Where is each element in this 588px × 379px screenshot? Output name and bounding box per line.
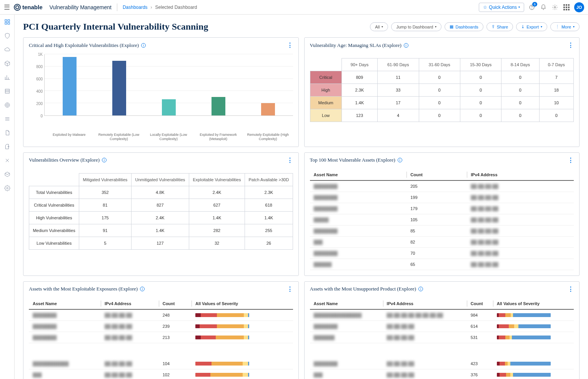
hamburger-menu-icon[interactable]: ☰ xyxy=(4,3,10,12)
page-content: PCI Quarterly Internal Vulnerability Sca… xyxy=(15,15,588,379)
table-row[interactable]: ██████████████.██.██.██104 xyxy=(29,358,293,369)
x-tick-label: Exploited by Malware xyxy=(47,133,91,141)
table-row[interactable]: Critical809110007 xyxy=(310,71,574,84)
apps-grid-icon[interactable] xyxy=(563,3,570,11)
star-icon: ☆ xyxy=(483,5,487,10)
more-button[interactable]: ⋮More▾ xyxy=(550,22,580,31)
column-header[interactable]: IPv4 Address xyxy=(383,298,467,309)
table-row[interactable]: ██████65██.██.██.██ xyxy=(310,259,574,270)
filter-all-button[interactable]: All▾ xyxy=(370,22,388,31)
table-row[interactable]: ████████205██.██.██.██ xyxy=(310,180,574,192)
cell-value: 0 xyxy=(501,71,539,84)
table-row[interactable]: ██████████.██.██.██213 xyxy=(29,332,293,343)
table-row[interactable]: ███82██.██.██.██ xyxy=(310,236,574,247)
nav-target-icon[interactable] xyxy=(4,102,11,109)
column-header[interactable]: Count xyxy=(406,169,467,180)
table-row[interactable]: High Vulnerabilities1752.4K1.4K1.4K xyxy=(29,211,293,224)
table-row[interactable]: ██████████.██.██.██248 xyxy=(29,309,293,321)
table-row[interactable]: Low12340000 xyxy=(310,109,574,122)
info-icon[interactable]: i xyxy=(398,158,402,162)
cell-value: 827 xyxy=(131,199,189,211)
nav-cloud-icon[interactable] xyxy=(4,46,11,53)
nav-export-icon[interactable] xyxy=(4,143,11,150)
table-row[interactable]: █████.██.██.██102 xyxy=(29,369,293,379)
jump-dashboard-button[interactable]: Jump to Dashboard▾ xyxy=(391,22,441,31)
nav-tools-icon[interactable] xyxy=(4,157,11,164)
svg-point-8 xyxy=(5,103,10,107)
share-button[interactable]: ⇪Share xyxy=(486,22,513,31)
column-header[interactable]: Count xyxy=(159,298,192,309)
table-row[interactable]: ████████179██.██.██.██ xyxy=(310,203,574,214)
user-avatar[interactable]: JO xyxy=(574,2,584,12)
bar[interactable] xyxy=(196,97,241,115)
table-row[interactable]: ██████████.██.██.██614 xyxy=(310,321,574,332)
column-header[interactable]: IPv4 Address xyxy=(101,298,159,309)
nav-cube-icon[interactable] xyxy=(4,60,11,67)
widget-menu-icon[interactable]: ⋮ xyxy=(568,286,574,293)
column-header[interactable]: IPv4 Address xyxy=(467,169,574,180)
cell-value: 0 xyxy=(460,109,501,122)
table-row[interactable]: Medium Vulnerabilities911.4K282255 xyxy=(29,224,293,237)
ipv4-address: ██.██.██.██ xyxy=(471,184,498,189)
bar[interactable] xyxy=(246,103,290,115)
column-header[interactable]: All Values of Severity xyxy=(493,298,574,309)
nav-list-icon[interactable] xyxy=(4,88,11,95)
widget-menu-icon[interactable]: ⋮ xyxy=(287,42,293,49)
table-row[interactable]: ██████████.██.██.██239 xyxy=(29,321,293,332)
chevron-down-icon: ▾ xyxy=(573,25,575,28)
widget-menu-icon[interactable]: ⋮ xyxy=(287,286,293,293)
nav-layers-icon[interactable] xyxy=(4,115,11,122)
info-icon[interactable]: i xyxy=(140,287,145,291)
y-tick-label: 800 xyxy=(36,65,43,69)
info-icon[interactable]: i xyxy=(418,287,423,291)
table-row[interactable]: █████105██.██.██.██ xyxy=(310,214,574,225)
table-row[interactable]: ██████████.██.██.██423 xyxy=(310,358,574,369)
breadcrumb-root[interactable]: Dashboards xyxy=(123,5,148,10)
nav-dashboard-icon[interactable] xyxy=(4,18,11,25)
table-row[interactable]: Critical Vulnerabilities81827627618 xyxy=(29,199,293,211)
table-row[interactable]: Medium1.4K1700010 xyxy=(310,97,574,109)
table-row[interactable]: █████.██.██.██376 xyxy=(310,369,574,379)
ipv4-address: ██.██.██.██ xyxy=(471,206,498,211)
info-icon[interactable]: i xyxy=(404,43,408,48)
severity-bar xyxy=(497,336,551,339)
column-header[interactable]: All Values of Severity xyxy=(192,298,293,309)
bell-icon[interactable] xyxy=(540,3,547,11)
nav-package-icon[interactable] xyxy=(4,171,11,178)
app-logo[interactable]: tenable xyxy=(14,4,43,11)
column-header[interactable]: Asset Name xyxy=(310,169,407,180)
export-button[interactable]: ⤓Export▾ xyxy=(516,22,547,31)
gear-icon[interactable] xyxy=(551,3,559,11)
column-header[interactable]: Asset Name xyxy=(310,298,383,309)
column-header[interactable]: Asset Name xyxy=(29,298,101,309)
info-icon[interactable]: i xyxy=(141,43,146,48)
nav-settings-icon[interactable] xyxy=(4,185,11,192)
dashboards-button[interactable]: ▦Dashboards xyxy=(445,22,483,31)
table-row[interactable]: █████████.██.██.██531 xyxy=(310,332,574,343)
bar[interactable] xyxy=(47,57,92,115)
nav-chart-icon[interactable] xyxy=(4,74,11,81)
table-row[interactable]: Low Vulnerabilities51273226 xyxy=(29,237,293,249)
help-icon[interactable]: 6 xyxy=(528,3,536,11)
asset-name: ████████ xyxy=(314,251,338,255)
count-value: 179 xyxy=(406,203,467,214)
table-row[interactable]: ████████70██.██.██.██ xyxy=(310,247,574,259)
column-header[interactable]: Count xyxy=(467,298,493,309)
count-value: 70 xyxy=(406,247,467,259)
widget-menu-icon[interactable]: ⋮ xyxy=(568,42,574,49)
info-icon[interactable]: i xyxy=(102,158,107,162)
widget-menu-icon[interactable]: ⋮ xyxy=(287,157,293,164)
bar[interactable] xyxy=(97,61,142,115)
table-row[interactable]: High2.3K3300018 xyxy=(310,84,574,97)
nav-document-icon[interactable] xyxy=(4,129,11,136)
table-row[interactable]: ████████85██.██.██.██ xyxy=(310,225,574,236)
quick-actions-label: Quick Actions xyxy=(489,5,517,10)
table-row[interactable]: ██████████████████.██.██.██ ██.██.██.██9… xyxy=(310,309,574,321)
nav-shield-icon[interactable] xyxy=(4,32,11,39)
quick-actions-button[interactable]: ☆ Quick Actions ▾ xyxy=(479,3,524,12)
table-row[interactable]: Total Vulnerabilities3524.8K2.4K2.3K xyxy=(29,186,293,199)
asset-name: ████████ xyxy=(314,206,338,211)
bar[interactable] xyxy=(147,99,191,115)
widget-menu-icon[interactable]: ⋮ xyxy=(568,157,574,164)
table-row[interactable]: ████████199██.██.██.██ xyxy=(310,192,574,203)
